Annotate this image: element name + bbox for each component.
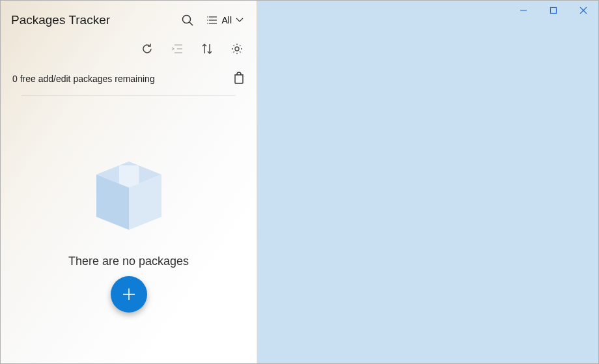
list-action-button[interactable] (169, 41, 185, 57)
gear-icon (230, 42, 244, 55)
left-panel: Packages Tracker (1, 1, 257, 363)
sort-icon (201, 42, 213, 55)
shopping-bag-icon (233, 71, 245, 84)
empty-state: There are no packages (1, 96, 257, 363)
svg-line-1 (189, 22, 193, 25)
window-controls (508, 1, 598, 20)
minimize-button[interactable] (508, 1, 538, 20)
add-package-button[interactable] (111, 276, 147, 313)
content-panel (257, 1, 598, 363)
refresh-button[interactable] (139, 41, 155, 57)
app-title: Packages Tracker (11, 13, 176, 27)
filter-dropdown[interactable]: All (204, 12, 246, 28)
search-button[interactable] (176, 8, 199, 32)
svg-point-13 (235, 47, 239, 51)
package-illustration (80, 152, 178, 236)
header: Packages Tracker (1, 1, 257, 37)
maximize-icon (550, 7, 557, 14)
status-row: 0 free add/edit packages remaining (1, 63, 257, 95)
free-remaining-text: 0 free add/edit packages remaining (12, 74, 155, 84)
close-button[interactable] (568, 1, 598, 20)
svg-point-0 (183, 16, 191, 23)
close-icon (579, 7, 587, 14)
svg-point-7 (208, 23, 209, 24)
indent-list-icon (171, 43, 184, 55)
sort-button[interactable] (199, 41, 215, 57)
search-icon (181, 14, 194, 27)
minimize-icon (520, 7, 527, 14)
plus-icon (120, 285, 138, 303)
maximize-button[interactable] (538, 1, 568, 20)
toolbar (1, 37, 257, 63)
store-button[interactable] (233, 71, 245, 86)
list-icon (207, 16, 217, 25)
settings-button[interactable] (229, 41, 245, 57)
svg-point-5 (208, 16, 209, 18)
svg-point-6 (208, 20, 209, 21)
header-actions: All (176, 8, 246, 32)
svg-marker-17 (119, 165, 139, 188)
svg-rect-21 (551, 8, 557, 14)
chevron-down-icon (236, 18, 244, 23)
empty-message: There are no packages (68, 255, 189, 268)
filter-label: All (221, 15, 232, 25)
refresh-icon (141, 42, 154, 55)
